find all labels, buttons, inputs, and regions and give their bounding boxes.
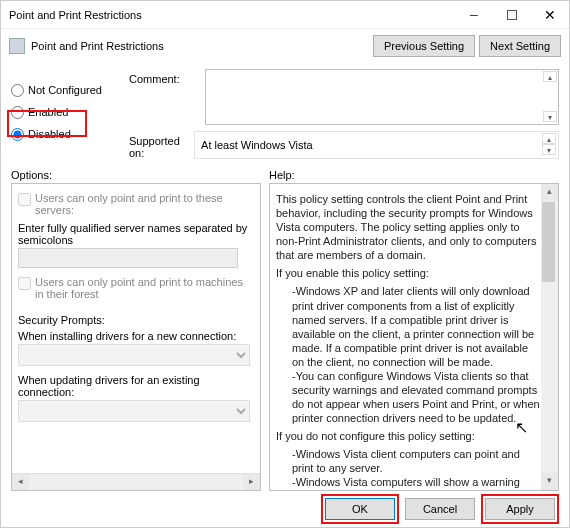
supported-scroll-down-icon[interactable]: ▾ bbox=[542, 144, 556, 155]
window-title: Point and Print Restrictions bbox=[9, 9, 455, 21]
chk-forest bbox=[18, 277, 31, 290]
maximize-button[interactable] bbox=[493, 1, 531, 29]
help-p1: This policy setting controls the client … bbox=[276, 192, 540, 262]
supported-on-label: Supported on: bbox=[129, 131, 188, 159]
radio-not-configured[interactable]: Not Configured bbox=[11, 81, 119, 99]
supported-on-box: At least Windows Vista ▴ ▾ bbox=[194, 131, 559, 159]
radio-enabled-input[interactable] bbox=[11, 106, 24, 119]
radio-enabled-label: Enabled bbox=[28, 106, 68, 118]
radio-not-configured-label: Not Configured bbox=[28, 84, 102, 96]
scroll-left-icon[interactable]: ◂ bbox=[12, 474, 29, 490]
subheader: Point and Print Restrictions Previous Se… bbox=[1, 29, 569, 65]
comment-label: Comment: bbox=[129, 69, 199, 127]
help-label: Help: bbox=[269, 169, 559, 181]
update-drivers-combo bbox=[18, 400, 250, 422]
radio-not-configured-input[interactable] bbox=[11, 84, 24, 97]
close-button[interactable]: ✕ bbox=[531, 1, 569, 29]
install-drivers-label: When installing drivers for a new connec… bbox=[18, 330, 254, 342]
comment-scroll-down-icon[interactable]: ▾ bbox=[543, 111, 557, 122]
ok-button[interactable]: OK bbox=[325, 498, 395, 520]
help-p3-a: -Windows Vista client computers can poin… bbox=[292, 447, 540, 475]
scroll-down-icon[interactable]: ▾ bbox=[541, 473, 558, 490]
minimize-button[interactable]: ─ bbox=[455, 1, 493, 29]
titlebar: Point and Print Restrictions ─ ✕ bbox=[1, 1, 569, 29]
chk-servers-label: Users can only point and print to these … bbox=[35, 192, 254, 216]
help-panel: This policy setting controls the client … bbox=[269, 183, 559, 491]
radio-disabled-input[interactable] bbox=[11, 128, 24, 141]
update-drivers-label: When updating drivers for an existing co… bbox=[18, 374, 254, 398]
options-label: Options: bbox=[11, 169, 261, 181]
previous-setting-button[interactable]: Previous Setting bbox=[373, 35, 475, 57]
scroll-thumb[interactable] bbox=[542, 202, 555, 282]
next-setting-button[interactable]: Next Setting bbox=[479, 35, 561, 57]
comment-scroll-up-icon[interactable]: ▴ bbox=[543, 71, 557, 82]
help-p2-b: -You can configure Windows Vista clients… bbox=[292, 369, 540, 425]
security-prompts-label: Security Prompts: bbox=[18, 314, 254, 326]
servers-edit-hint: Enter fully qualified server names separ… bbox=[18, 222, 254, 246]
chk-servers bbox=[18, 193, 31, 206]
cancel-button[interactable]: Cancel bbox=[405, 498, 475, 520]
chk-forest-label: Users can only point and print to machin… bbox=[35, 276, 254, 300]
scroll-up-icon[interactable]: ▴ bbox=[541, 184, 558, 201]
options-hscrollbar[interactable]: ◂ ▸ bbox=[12, 473, 260, 490]
supported-scroll-up-icon[interactable]: ▴ bbox=[542, 133, 556, 144]
scroll-right-icon[interactable]: ▸ bbox=[243, 474, 260, 490]
mouse-cursor-icon: ↖ bbox=[515, 418, 528, 438]
radio-enabled[interactable]: Enabled bbox=[11, 103, 119, 121]
apply-button[interactable]: Apply bbox=[485, 498, 555, 520]
install-drivers-combo bbox=[18, 344, 250, 366]
help-p2-head: If you enable this policy setting: bbox=[276, 266, 540, 280]
comment-textarea[interactable] bbox=[205, 69, 559, 125]
policy-icon bbox=[9, 38, 25, 54]
servers-input bbox=[18, 248, 238, 268]
policy-title: Point and Print Restrictions bbox=[31, 40, 164, 52]
options-panel: Users can only point and print to these … bbox=[11, 183, 261, 491]
help-vscrollbar[interactable]: ▴ ▾ bbox=[541, 184, 558, 490]
help-p3-b: -Windows Vista computers will show a war… bbox=[292, 475, 540, 491]
radio-disabled[interactable]: Disabled bbox=[11, 125, 119, 143]
state-radio-group: Not Configured Enabled Disabled bbox=[11, 65, 119, 163]
help-p2-a: -Windows XP and later clients will only … bbox=[292, 284, 540, 368]
radio-disabled-label: Disabled bbox=[28, 128, 71, 140]
footer: OK Cancel Apply bbox=[1, 491, 569, 527]
supported-on-value: At least Windows Vista bbox=[201, 139, 313, 151]
help-p3-head: If you do not configure this policy sett… bbox=[276, 429, 540, 443]
